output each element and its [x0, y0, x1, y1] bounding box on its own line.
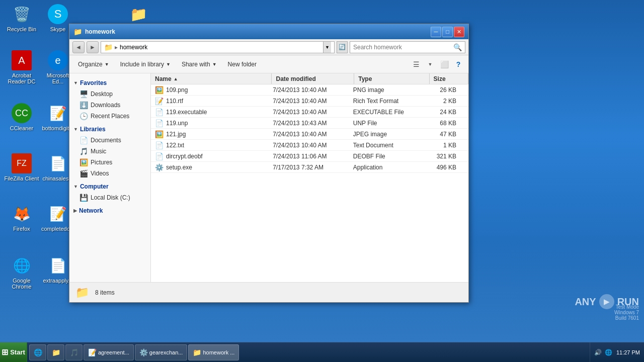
- skype-icon: S: [48, 4, 68, 24]
- desktop-icon-chrome[interactable]: 🌐 Google Chrome: [4, 255, 39, 290]
- chrome-icon: 🌐: [12, 255, 32, 276]
- address-input[interactable]: homework: [120, 44, 321, 51]
- system-clock[interactable]: 11:27 PM: [616, 349, 640, 355]
- view-details-button[interactable]: ▼: [424, 58, 436, 70]
- file-row-8[interactable]: ⚙️ setup.exe 7/17/2013 7:32 AM Applicati…: [151, 162, 468, 173]
- sidebar-item-downloads[interactable]: ⬇️ Downloads: [69, 100, 150, 111]
- search-input[interactable]: [353, 44, 453, 51]
- file-date: 7/24/2013 10:43 AM: [269, 120, 349, 127]
- taskbar-explorer[interactable]: 📁: [47, 344, 64, 360]
- forward-button[interactable]: ►: [87, 41, 99, 53]
- desktop-icon-recycle-bin[interactable]: 🗑️ Recycle Bin: [4, 4, 39, 32]
- computer-header[interactable]: ▼ Computer: [69, 181, 150, 192]
- desktop-icon-acrobat[interactable]: A Acrobat Reader DC: [4, 50, 39, 84]
- file-type: DEOBF File: [349, 153, 423, 160]
- file-size: 1 KB: [422, 142, 460, 149]
- network-header[interactable]: ▶ Network: [69, 205, 150, 216]
- acrobat-icon: A: [12, 50, 32, 70]
- view-options-button[interactable]: ☰: [410, 58, 422, 70]
- taskbar-gearexchanger[interactable]: ⚙️ gearexchan...: [135, 344, 188, 360]
- column-header-type[interactable]: Type: [354, 73, 429, 84]
- computer-collapse-icon: ▼: [73, 184, 78, 189]
- sidebar: ▼ Favorites 🖥️ Desktop ⬇️ Downloads 🕒 Re…: [69, 73, 151, 282]
- desktop-icon-firefox[interactable]: 🦊 Firefox: [4, 204, 39, 232]
- desktop-icon-filezilla[interactable]: FZ FileZilla Client: [4, 153, 39, 182]
- sidebar-item-videos[interactable]: 🎬 Videos: [69, 168, 150, 179]
- chinasales-icon: 📄: [48, 153, 68, 173]
- minimize-button[interactable]: ─: [431, 27, 441, 37]
- file-date: 7/24/2013 10:40 AM: [269, 142, 349, 149]
- window-title-icon: 📁: [73, 28, 82, 36]
- sidebar-item-documents[interactable]: 📄 Documents: [69, 135, 150, 146]
- favorites-header[interactable]: ▼ Favorites: [69, 77, 150, 88]
- start-button[interactable]: ⊞ Start: [0, 342, 27, 363]
- libraries-header[interactable]: ▼ Libraries: [69, 124, 150, 135]
- status-bar: 📁 8 items: [69, 282, 468, 302]
- file-row-7[interactable]: 📄 dircrypt.deobf 7/24/2013 11:06 AM DEOB…: [151, 151, 468, 162]
- downloads-nav-icon: ⬇️: [79, 101, 88, 109]
- file-row-6[interactable]: 📄 122.txt 7/24/2013 10:40 AM Text Docume…: [151, 140, 468, 151]
- sidebar-item-recent-places[interactable]: 🕒 Recent Places: [69, 111, 150, 122]
- windows-logo-icon: ⊞: [2, 347, 8, 357]
- file-icon: 🖼️: [155, 86, 163, 94]
- sidebar-item-music[interactable]: 🎵 Music: [69, 146, 150, 157]
- refresh-button[interactable]: 🔄: [337, 41, 348, 53]
- share-with-button[interactable]: Share with ▼: [177, 57, 221, 71]
- file-size: 26 KB: [422, 86, 460, 94]
- network-tray-icon[interactable]: 🌐: [605, 349, 612, 356]
- file-size: 47 KB: [422, 131, 460, 138]
- back-button[interactable]: ◄: [72, 41, 85, 53]
- address-dropdown-button[interactable]: ▼: [323, 42, 331, 53]
- maximize-button[interactable]: □: [442, 27, 453, 37]
- search-bar[interactable]: 🔍: [350, 41, 465, 53]
- media-icon: 🎵: [70, 348, 78, 356]
- search-icon[interactable]: 🔍: [453, 43, 462, 51]
- computer-section: ▼ Computer 💾 Local Disk (C:): [69, 181, 150, 203]
- favorites-section: ▼ Favorites 🖥️ Desktop ⬇️ Downloads 🕒 Re…: [69, 77, 150, 122]
- desktop: 🗑️ Recycle Bin S Skype 📁 A Acrobat Reade…: [0, 0, 644, 342]
- recent-nav-icon: 🕒: [79, 112, 88, 120]
- taskbar-homework-window[interactable]: 📁 homework ...: [188, 344, 239, 360]
- file-name: dircrypt.deobf: [166, 153, 203, 160]
- ie-icon: 🌐: [34, 348, 42, 356]
- file-row-2[interactable]: 📝 110.rtf 7/24/2013 10:40 AM Rich Text F…: [151, 96, 468, 107]
- include-library-button[interactable]: Include in library ▼: [116, 57, 175, 71]
- close-button[interactable]: ✕: [454, 27, 464, 37]
- homework-window-icon: 📁: [193, 348, 201, 356]
- toolbar-right: ☰ ▼ ⬜ ?: [410, 58, 464, 70]
- taskbar-agreements[interactable]: 📝 agreement...: [84, 344, 134, 360]
- music-nav-icon: 🎵: [79, 147, 88, 155]
- window-titlebar[interactable]: 📁 homework ─ □ ✕: [69, 24, 468, 39]
- taskbar-items: 🌐 📁 🎵 📝 agreement... ⚙️ gearexchan... 📁 …: [27, 342, 590, 362]
- file-row-4[interactable]: 📄 119.unp 7/24/2013 10:43 AM UNP File 68…: [151, 118, 468, 129]
- file-name: 110.rtf: [166, 98, 183, 105]
- organize-button[interactable]: Organize ▼: [73, 57, 114, 71]
- share-dropdown-icon: ▼: [212, 62, 217, 67]
- desktop-icon-ccleaner[interactable]: CC CCleaner: [4, 103, 39, 131]
- sidebar-item-pictures[interactable]: 🖼️ Pictures: [69, 157, 150, 168]
- taskbar-media[interactable]: 🎵: [65, 344, 83, 360]
- file-type: Rich Text Format: [349, 98, 423, 105]
- address-bar[interactable]: 📁 ▸ homework ▼: [101, 41, 335, 53]
- taskbar-ie[interactable]: 🌐: [29, 344, 46, 360]
- file-row-5[interactable]: 🖼️ 121.jpg 7/24/2013 10:40 AM JPEG image…: [151, 129, 468, 140]
- column-header-name[interactable]: Name ▲: [151, 73, 272, 84]
- file-row-1[interactable]: 🖼️ 109.png 7/24/2013 10:40 AM PNG image …: [151, 84, 468, 96]
- file-size: 2 KB: [422, 98, 460, 105]
- sidebar-item-local-disk[interactable]: 💾 Local Disk (C:): [69, 192, 150, 203]
- help-button[interactable]: ?: [452, 58, 464, 70]
- desktop-icon-folder[interactable]: 📁: [121, 4, 156, 26]
- new-folder-button[interactable]: New folder: [223, 57, 261, 71]
- file-row-3[interactable]: 📄 119.executable 7/24/2013 10:40 AM EXEC…: [151, 107, 468, 118]
- address-folder-icon: 📁: [104, 43, 113, 51]
- column-header-date[interactable]: Date modified: [272, 73, 354, 84]
- volume-icon[interactable]: 🔊: [594, 349, 602, 356]
- folder-icon: 📁: [128, 4, 148, 24]
- column-header-size[interactable]: Size: [430, 73, 468, 84]
- status-folder-icon: 📁: [75, 286, 89, 299]
- sidebar-item-desktop[interactable]: 🖥️ Desktop: [69, 88, 150, 100]
- file-name: 119.executable: [166, 109, 207, 116]
- file-list-header: Name ▲ Date modified Type Size: [151, 73, 468, 84]
- file-name: 109.png: [166, 86, 188, 94]
- preview-pane-button[interactable]: ⬜: [438, 58, 450, 70]
